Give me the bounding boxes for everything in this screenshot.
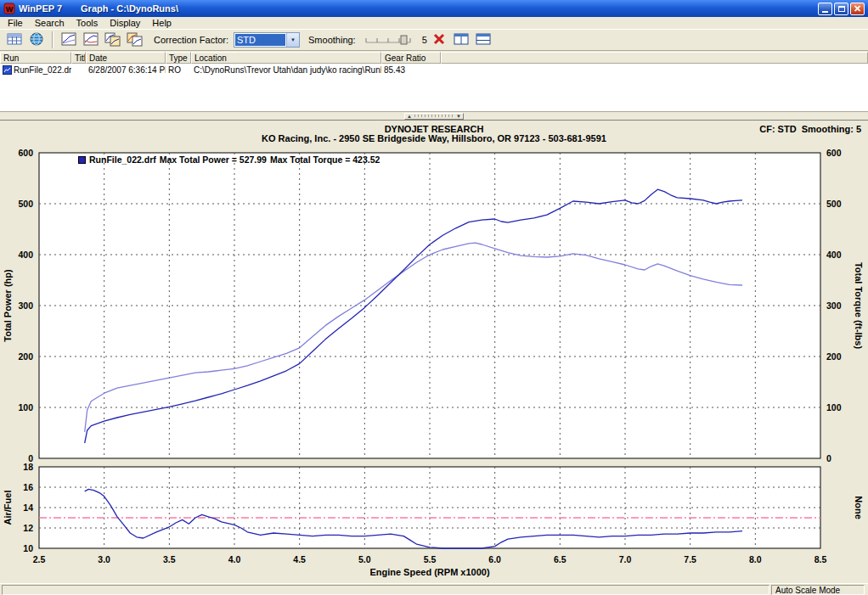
svg-text:7.5: 7.5	[684, 554, 696, 564]
title-bar[interactable]: W WinPEP 7 Graph - C:\DynoRuns\ ✕	[0, 0, 868, 17]
dual-graph-icon	[104, 31, 121, 48]
graph-overlay-button[interactable]	[81, 31, 101, 49]
chevron-down-icon[interactable]: ▼	[286, 33, 299, 47]
graph-subtitle: KO Racing, Inc. - 2950 SE Bridgeside Way…	[0, 133, 868, 143]
svg-text:5.0: 5.0	[358, 554, 371, 564]
splitter-grip[interactable]: ▲ ▼	[404, 113, 464, 120]
chart-legend: RunFile_022.drf Max Total Power = 527.99…	[78, 154, 380, 165]
graph-report-button[interactable]	[125, 31, 145, 49]
correction-factor-label: Correction Factor:	[154, 35, 228, 45]
window-title: WinPEP 7	[19, 3, 62, 14]
splitter-dots	[414, 115, 454, 117]
slider-thumb[interactable]	[401, 36, 407, 44]
afr-right-axis-title: None	[854, 496, 864, 519]
graph-compare-button[interactable]	[103, 31, 123, 49]
column-header-location[interactable]: Location	[191, 52, 381, 64]
svg-text:12: 12	[23, 523, 33, 533]
svg-text:8.0: 8.0	[749, 554, 762, 564]
run-list-header: Run Title Date Type Location Gear Ratio	[0, 52, 868, 64]
column-header-title[interactable]: Title	[71, 52, 86, 64]
run-list: Run Title Date Type Location Gear Ratio …	[0, 52, 868, 111]
column-header-run[interactable]: Run	[0, 52, 71, 64]
menu-display[interactable]: Display	[104, 17, 146, 29]
date-cell: 6/28/2007 6:36:14 PM	[86, 65, 166, 75]
svg-text:W: W	[6, 5, 14, 14]
delete-run-button[interactable]	[429, 31, 449, 49]
smoothing-slider[interactable]	[364, 33, 413, 47]
svg-text:300: 300	[826, 300, 842, 311]
run-cell: RunFile_022.drf	[0, 65, 71, 75]
graph-overlay-icon	[83, 31, 99, 48]
graph-view-button[interactable]	[59, 31, 79, 49]
column-header-gear-ratio[interactable]: Gear Ratio	[381, 52, 441, 64]
status-mode-cell: Auto Scale Mode	[771, 585, 865, 595]
tile-horizontal-button[interactable]	[473, 31, 493, 49]
collapse-down-icon: ▼	[456, 114, 461, 119]
type-cell: RO	[166, 65, 191, 75]
svg-text:10: 10	[23, 543, 33, 553]
legend-swatch	[78, 156, 86, 164]
svg-text:5.5: 5.5	[424, 554, 437, 564]
svg-text:16: 16	[23, 482, 33, 492]
svg-text:3.5: 3.5	[163, 554, 176, 564]
cf-smoothing-note: CF: STD Smoothing: 5	[759, 124, 861, 134]
svg-text:100: 100	[826, 402, 842, 413]
run-filename: RunFile_022.drf	[14, 65, 71, 75]
correction-factor-value: STD	[235, 34, 285, 46]
maximize-button[interactable]	[834, 3, 848, 15]
web-search-button[interactable]	[26, 31, 47, 49]
menu-help[interactable]: Help	[146, 17, 178, 29]
slider-track[interactable]	[364, 33, 413, 47]
menu-bar: File Search Tools Display Help	[0, 17, 868, 29]
svg-text:300: 300	[18, 300, 33, 311]
afr-axis-title: Air/Fuel	[3, 491, 13, 525]
svg-text:600: 600	[826, 148, 842, 158]
x-axis-title: Engine Speed (RPM x1000)	[369, 567, 490, 577]
document-title: Graph - C:\DynoRuns\	[81, 3, 178, 14]
tile-vertical-icon	[454, 31, 469, 48]
graph-icon	[61, 31, 76, 48]
tile-vertical-button[interactable]	[451, 31, 471, 49]
correction-factor-select[interactable]: STD ▼	[234, 32, 300, 48]
grid-icon	[7, 31, 22, 48]
globe-icon	[29, 31, 44, 48]
run-list-button[interactable]	[4, 31, 25, 49]
menu-search[interactable]: Search	[29, 17, 70, 29]
splitter-bar[interactable]: ▲ ▼	[0, 111, 868, 120]
menu-file[interactable]: File	[2, 17, 29, 29]
location-cell: C:\DynoRuns\Trevor Utah\dan judy\ko raci…	[191, 65, 381, 75]
app-icon: W	[3, 3, 15, 14]
svg-text:400: 400	[826, 250, 842, 260]
menu-tools[interactable]: Tools	[70, 17, 104, 29]
charts-canvas[interactable]: 2.53.03.54.04.55.05.56.06.57.07.58.08.50…	[0, 144, 868, 579]
svg-text:500: 500	[18, 199, 33, 209]
svg-text:200: 200	[18, 351, 33, 362]
column-header-date[interactable]: Date	[86, 52, 166, 64]
svg-text:14: 14	[23, 502, 33, 513]
svg-text:8.5: 8.5	[814, 554, 827, 564]
smoothing-label: Smoothing:	[308, 35, 356, 45]
close-button[interactable]: ✕	[850, 3, 865, 15]
column-header-type[interactable]: Type	[166, 52, 191, 64]
status-message-cell	[2, 585, 769, 595]
minimize-button[interactable]	[818, 3, 832, 15]
legend-max-torque: Max Total Torque = 423.52	[270, 154, 380, 165]
svg-text:500: 500	[826, 199, 842, 209]
svg-text:6.5: 6.5	[554, 554, 566, 564]
svg-text:600: 600	[18, 148, 33, 158]
svg-text:4.0: 4.0	[228, 554, 241, 564]
left-axis-title: Total Power (hp)	[3, 269, 13, 342]
svg-text:100: 100	[18, 402, 33, 413]
svg-text:18: 18	[23, 462, 33, 472]
gear-ratio-cell: 85.43	[381, 65, 441, 75]
table-row[interactable]: RunFile_022.drf 6/28/2007 6:36:14 PM RO …	[0, 64, 868, 76]
toolbar-separator	[52, 31, 54, 48]
smoothing-value: 5	[422, 35, 427, 45]
collapse-up-icon: ▲	[407, 114, 412, 119]
status-bar: Auto Scale Mode	[0, 583, 868, 595]
right-axis-title: Total Torque (ft-lbs)	[854, 262, 864, 350]
svg-text:2.5: 2.5	[33, 554, 46, 564]
svg-text:400: 400	[18, 250, 33, 260]
legend-file: RunFile_022.drf	[89, 154, 156, 165]
svg-text:7.0: 7.0	[619, 554, 632, 564]
